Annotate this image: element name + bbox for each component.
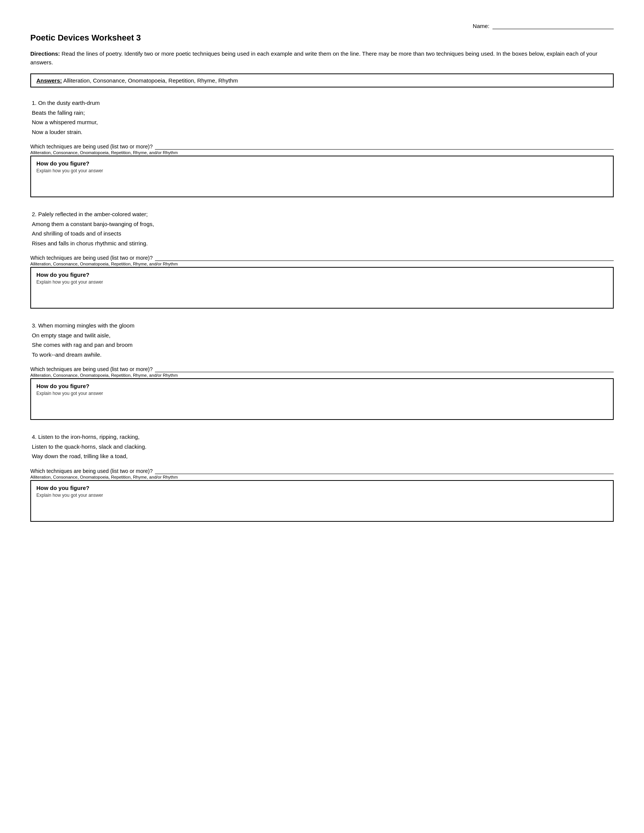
poem-lines-2: 2. Palely reflected in the amber-colored… <box>30 209 614 248</box>
answers-box: Answers: Alliteration, Consonance, Onoma… <box>30 74 614 87</box>
directions-text: Read the lines of poetry. Identify two o… <box>30 50 597 66</box>
poem-section-4: 4. Listen to the iron-horns, ripping, ra… <box>30 432 614 522</box>
explanation-title-1: How do you figure? <box>36 160 608 167</box>
which-techniques-text-4: Which techniques are being used (list tw… <box>30 468 153 474</box>
worksheet-title: Poetic Devices Worksheet 3 <box>30 33 614 43</box>
explanation-title-3: How do you figure? <box>36 383 608 389</box>
poem-line-1-1: 1. On the dusty earth-drum <box>32 98 614 108</box>
poem-line-3-3: She comes with rag and pan and broom <box>32 340 614 350</box>
which-techniques-text-1: Which techniques are being used (list tw… <box>30 143 153 150</box>
poem-line-2-4: Rises and falls in chorus rhythmic and s… <box>32 238 614 248</box>
poem-line-4-3: Way down the road, trilling like a toad, <box>32 451 614 461</box>
poem-line-3-4: To work--and dream awhile. <box>32 350 614 360</box>
which-techniques-text-3: Which techniques are being used (list tw… <box>30 366 153 372</box>
poem-lines-1: 1. On the dusty earth-drumBeats the fall… <box>30 98 614 137</box>
answer-hints-3: Alliteration, Consonance, Onomatopoeia, … <box>30 373 614 378</box>
poem-line-4-2: Listen to the quack-horns, slack and cla… <box>32 442 614 452</box>
explanation-hint-3: Explain how you got your answer <box>36 391 608 396</box>
answer-hints-2: Alliteration, Consonance, Onomatopoeia, … <box>30 262 614 266</box>
which-techniques-3: Which techniques are being used (list tw… <box>30 366 614 372</box>
poem-line-1-2: Beats the falling rain; <box>32 108 614 118</box>
poem-line-3-2: On empty stage and twilit aisle, <box>32 331 614 340</box>
poem-lines-3: 3. When morning mingles with the gloomOn… <box>30 321 614 359</box>
answers-text: Alliteration, Consonance, Onomatopoeia, … <box>63 77 238 84</box>
techniques-answer-line-3[interactable] <box>155 372 614 372</box>
explanation-box-2[interactable]: How do you figure?Explain how you got yo… <box>30 267 614 309</box>
explanation-hint-4: Explain how you got your answer <box>36 493 608 498</box>
explanation-hint-2: Explain how you got your answer <box>36 280 608 285</box>
answer-hints-4: Alliteration, Consonance, Onomatopoeia, … <box>30 475 614 479</box>
poem-line-2-2: Among them a constant banjo-twanging of … <box>32 219 614 229</box>
poem-line-4-1: 4. Listen to the iron-horns, ripping, ra… <box>32 432 614 442</box>
explanation-title-4: How do you figure? <box>36 485 608 491</box>
name-underline[interactable] <box>493 23 614 29</box>
poem-section-3: 3. When morning mingles with the gloomOn… <box>30 321 614 420</box>
poem-line-2-3: And shrilling of toads and of insects <box>32 229 614 238</box>
answers-label: Answers: <box>36 77 62 84</box>
name-line: Name: <box>30 23 614 29</box>
sections-container: 1. On the dusty earth-drumBeats the fall… <box>30 98 614 522</box>
techniques-answer-line-2[interactable] <box>155 261 614 261</box>
which-techniques-text-2: Which techniques are being used (list tw… <box>30 255 153 261</box>
poem-line-1-4: Now a louder strain. <box>32 127 614 137</box>
which-techniques-2: Which techniques are being used (list tw… <box>30 255 614 261</box>
techniques-answer-line-4[interactable] <box>155 474 614 474</box>
poem-line-2-1: 2. Palely reflected in the amber-colored… <box>32 209 614 219</box>
explanation-box-1[interactable]: How do you figure?Explain how you got yo… <box>30 156 614 197</box>
poem-section-1: 1. On the dusty earth-drumBeats the fall… <box>30 98 614 197</box>
explanation-hint-1: Explain how you got your answer <box>36 168 608 174</box>
which-techniques-4: Which techniques are being used (list tw… <box>30 468 614 474</box>
techniques-answer-line-1[interactable] <box>155 149 614 150</box>
answer-hints-1: Alliteration, Consonance, Onomatopoeia, … <box>30 150 614 155</box>
poem-section-2: 2. Palely reflected in the amber-colored… <box>30 209 614 309</box>
poem-line-1-3: Now a whispered murmur, <box>32 117 614 127</box>
name-label: Name: <box>473 23 489 29</box>
which-techniques-1: Which techniques are being used (list tw… <box>30 143 614 150</box>
explanation-box-4[interactable]: How do you figure?Explain how you got yo… <box>30 480 614 522</box>
explanation-box-3[interactable]: How do you figure?Explain how you got yo… <box>30 378 614 420</box>
explanation-title-2: How do you figure? <box>36 272 608 278</box>
poem-lines-4: 4. Listen to the iron-horns, ripping, ra… <box>30 432 614 461</box>
directions: Directions: Read the lines of poetry. Id… <box>30 50 599 67</box>
poem-line-3-1: 3. When morning mingles with the gloom <box>32 321 614 331</box>
directions-label: Directions: <box>30 50 60 57</box>
